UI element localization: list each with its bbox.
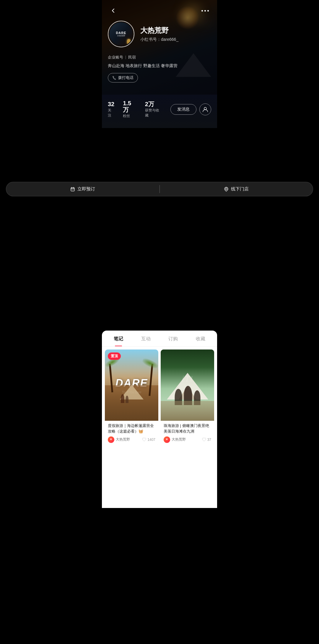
pin-badge: 置顶 xyxy=(108,352,121,360)
following-value: 32 xyxy=(108,101,114,107)
tab-notes-label: 笔记 xyxy=(114,336,123,341)
figure-2 xyxy=(126,396,128,403)
like-number-2: 37 xyxy=(207,438,211,442)
tab-notes[interactable]: 笔记 xyxy=(105,331,132,346)
message-button[interactable]: 发消息 xyxy=(170,104,196,115)
avatar-chinese-text: 大热荒野 xyxy=(116,35,126,37)
tag-divider xyxy=(126,56,126,59)
stats-row: 32 关注 1.5万 粉丝 2万 获赞与收藏 发消息 xyxy=(108,95,211,123)
top-navigation xyxy=(102,0,217,21)
post-card-2-title: 珠海旅游 | 俯瞰澳门夜景绝美落日海滩在九洲 xyxy=(164,423,211,434)
profile-info: 大热荒野 小红书号：dare666_ xyxy=(140,26,211,42)
hero-background: DARE 大热荒野 大热荒野 小红书号：dare666_ 企业账号 民宿 奔山赴… xyxy=(102,0,217,95)
tag-type: 民宿 xyxy=(128,55,136,60)
post-card-2[interactable]: iTI 珠海旅游 | 俯瞰澳门夜景绝美落日海滩在九洲 野 大热荒野 xyxy=(161,349,214,445)
action-bar: 立即预订 线下门店 xyxy=(102,182,217,196)
more-options-button[interactable] xyxy=(199,8,211,14)
palm-leaf-right xyxy=(141,357,158,370)
heart-icon-2 xyxy=(202,438,206,442)
avatar-ring[interactable]: DARE 大热荒野 xyxy=(108,21,134,47)
author-name-1: 大热荒野 xyxy=(116,437,130,442)
book-button[interactable]: 立即预订 xyxy=(102,182,160,196)
tab-orders-label: 订购 xyxy=(168,336,178,341)
dot-2 xyxy=(204,10,206,12)
post-card-2-author: 野 大热荒野 xyxy=(164,436,186,443)
tag-enterprise: 企业账号 xyxy=(108,55,123,60)
person-icon xyxy=(203,107,208,112)
profile-section: DARE 大热荒野 大热荒野 小红书号：dare666_ xyxy=(108,21,211,47)
bio-text: 奔山赴海 地表旅行 野趣生活 奢华露营 xyxy=(108,63,211,69)
spacer xyxy=(108,123,211,128)
iti-overlay: iTI xyxy=(182,374,193,384)
profile-id: 小红书号：dare666_ xyxy=(140,37,211,42)
avatar-logo: DARE 大热荒野 xyxy=(116,31,126,37)
post-card-2-image: iTI xyxy=(161,349,214,421)
store-button[interactable]: 线下门店 xyxy=(160,182,217,196)
stat-following[interactable]: 32 关注 xyxy=(108,101,115,118)
post-card-1-title: 度假旅游｜海边帐篷露营全攻略（这篇必看）🧺 xyxy=(108,423,155,434)
tabs-container: 笔记 互动 订购 收藏 置顶 DARE Try If You Dare xyxy=(102,331,217,508)
stats-action-area: 32 关注 1.5万 粉丝 2万 获赞与收藏 发消息 xyxy=(102,95,217,128)
tabs-header: 笔记 互动 订购 收藏 xyxy=(102,331,217,347)
likes-label: 获赞与收藏 xyxy=(145,108,162,118)
profile-meta: 企业账号 民宿 奔山赴海 地表旅行 野趣生活 奢华露营 拨打电话 xyxy=(108,55,211,82)
tags-row: 企业账号 民宿 xyxy=(108,55,211,60)
post-card-2-meta: 野 大热荒野 37 xyxy=(164,436,211,443)
action-buttons: 发消息 xyxy=(170,103,211,115)
tab-interaction[interactable]: 互动 xyxy=(132,331,160,346)
post-card-1-image: 置顶 DARE Try If You Dare xyxy=(105,349,158,421)
post-card-2-footer: 珠海旅游 | 俯瞰澳门夜景绝美落日海滩在九洲 野 大热荒野 37 xyxy=(161,421,214,445)
like-count-1: 1407 xyxy=(142,438,155,442)
svg-point-0 xyxy=(204,107,206,110)
post-card-1-footer: 度假旅游｜海边帐篷露营全攻略（这篇必看）🧺 野 大热荒野 1407 xyxy=(105,421,158,445)
lantern-decoration xyxy=(127,39,131,44)
profile-name: 大热荒野 xyxy=(140,26,211,35)
figures-group xyxy=(121,394,128,403)
dot-3 xyxy=(207,10,209,12)
content-grid: 置顶 DARE Try If You Dare xyxy=(102,347,217,445)
tab-favorites[interactable]: 收藏 xyxy=(187,331,214,346)
like-number-1: 1407 xyxy=(147,438,155,442)
like-count-2: 37 xyxy=(202,438,211,442)
tab-orders[interactable]: 订购 xyxy=(160,331,187,346)
fans-label: 粉丝 xyxy=(123,114,130,119)
following-label: 关注 xyxy=(108,108,115,118)
heart-icon-1 xyxy=(142,438,146,442)
stat-likes[interactable]: 2万 获赞与收藏 xyxy=(145,101,162,118)
likes-value: 2万 xyxy=(145,101,154,107)
phone-button[interactable]: 拨打电话 xyxy=(108,73,138,82)
post-card-1[interactable]: 置顶 DARE Try If You Dare xyxy=(105,349,158,445)
avatar-dare-text: DARE xyxy=(116,31,126,35)
phone-icon xyxy=(112,76,116,80)
back-button[interactable] xyxy=(108,5,118,16)
author-name-2: 大热荒野 xyxy=(172,437,186,442)
phone-btn-label: 拨打电话 xyxy=(118,75,134,80)
tab-interaction-label: 互动 xyxy=(141,336,151,341)
tab-favorites-label: 收藏 xyxy=(196,336,205,341)
post-card-1-meta: 野 大热荒野 1407 xyxy=(108,436,155,443)
author-avatar-2: 野 xyxy=(164,436,170,443)
author-avatar-1: 野 xyxy=(108,436,114,443)
figure-1 xyxy=(121,394,124,403)
follow-button[interactable] xyxy=(199,103,211,115)
ground-layer xyxy=(161,401,214,421)
avatar-image: DARE 大热荒野 xyxy=(109,22,133,46)
post-card-1-author: 野 大热荒野 xyxy=(108,436,130,443)
stat-fans[interactable]: 1.5万 粉丝 xyxy=(123,100,136,119)
dot-1 xyxy=(201,10,203,12)
fans-value: 1.5万 xyxy=(123,100,136,113)
